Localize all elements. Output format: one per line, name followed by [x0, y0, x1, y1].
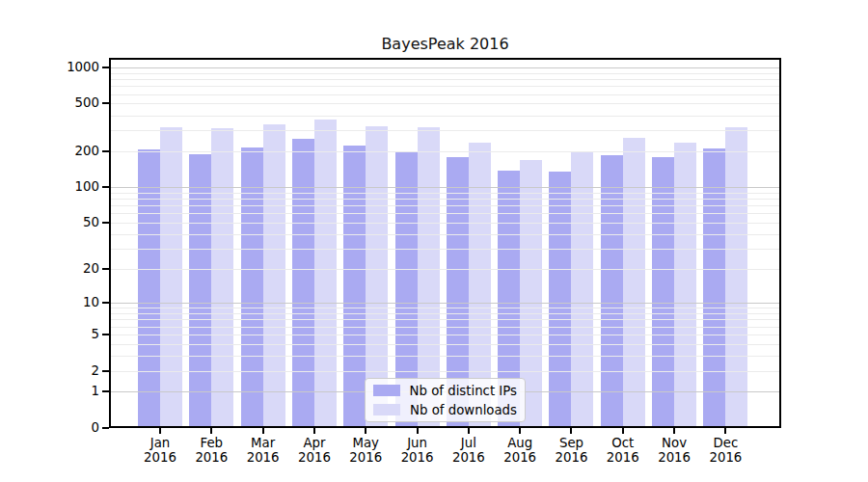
bar-distinct-ips-dec — [703, 148, 725, 428]
bar-downloads-oct — [623, 138, 645, 428]
x-tick-mark — [519, 428, 521, 434]
x-tick-mark — [365, 428, 366, 434]
bar-downloads-sep — [571, 152, 593, 428]
major-gridline — [111, 303, 779, 304]
x-tick-label-dec: Dec2016 — [694, 436, 756, 465]
bar-distinct-ips-sep — [549, 172, 571, 428]
y-tick-label: 0 — [40, 420, 99, 436]
minor-gridline — [111, 94, 779, 95]
minor-gridline — [111, 193, 779, 194]
minor-gridline — [111, 130, 779, 131]
minor-gridline — [111, 103, 779, 104]
bar-distinct-ips-feb — [189, 154, 211, 428]
x-tick-mark — [417, 428, 419, 434]
x-tick-mark — [570, 428, 572, 434]
bar-downloads-dec — [725, 127, 747, 428]
y-tick-mark — [102, 390, 109, 392]
y-tick-mark — [102, 102, 109, 104]
chart-figure: BayesPeak 2016 01251020501002005001000Ja… — [0, 0, 868, 482]
bar-distinct-ips-nov — [652, 157, 674, 428]
y-tick-mark — [102, 150, 109, 152]
bar-downloads-jan — [160, 127, 182, 428]
y-tick-mark — [102, 334, 109, 335]
minor-gridline — [111, 205, 779, 206]
y-tick-mark — [102, 222, 109, 224]
y-tick-mark — [102, 427, 109, 429]
minor-gridline — [111, 73, 779, 74]
legend-label-downloads: Nb of downloads — [410, 403, 517, 417]
bar-distinct-ips-apr — [292, 139, 314, 428]
minor-gridline — [111, 371, 779, 372]
y-tick-mark — [102, 67, 109, 68]
y-tick-mark — [102, 268, 109, 270]
minor-gridline — [111, 79, 779, 80]
minor-gridline — [111, 356, 779, 357]
legend-swatch-downloads — [373, 404, 400, 415]
y-tick-mark — [102, 302, 109, 304]
minor-gridline — [111, 313, 779, 314]
minor-gridline — [111, 344, 779, 345]
bar-downloads-nov — [674, 143, 696, 428]
y-tick-label: 5 — [40, 327, 99, 342]
y-tick-label: 50 — [40, 215, 99, 230]
minor-gridline — [111, 249, 779, 250]
y-tick-label: 100 — [40, 179, 99, 195]
x-tick-mark — [673, 428, 675, 434]
minor-gridline — [111, 199, 779, 200]
y-tick-mark — [102, 186, 109, 188]
minor-gridline — [111, 86, 779, 87]
minor-gridline — [111, 308, 779, 308]
bar-downloads-feb — [211, 128, 233, 428]
x-tick-mark — [468, 428, 470, 434]
x-tick-mark — [210, 428, 212, 434]
legend-swatch-distinct-ips — [373, 385, 400, 396]
bar-distinct-ips-mar — [241, 147, 263, 428]
bar-distinct-ips-oct — [601, 155, 623, 428]
bar-downloads-apr — [314, 120, 337, 428]
y-tick-label: 1 — [40, 384, 99, 399]
legend-item-distinct-ips: Nb of distinct IPs — [373, 381, 517, 400]
y-tick-label: 200 — [40, 144, 99, 159]
x-tick-mark — [262, 428, 264, 434]
y-tick-label: 10 — [40, 295, 99, 310]
minor-gridline — [111, 234, 779, 235]
minor-gridline — [111, 116, 779, 117]
y-tick-label: 500 — [40, 95, 99, 111]
minor-gridline — [111, 319, 779, 320]
bar-distinct-ips-jan — [138, 149, 160, 428]
x-tick-mark — [724, 428, 726, 434]
x-tick-mark — [313, 428, 315, 434]
legend-label-distinct-ips: Nb of distinct IPs — [410, 384, 517, 398]
minor-gridline — [111, 335, 779, 335]
legend-item-downloads: Nb of downloads — [373, 400, 517, 419]
minor-gridline — [111, 213, 779, 214]
major-gridline — [111, 67, 779, 68]
minor-gridline — [111, 327, 779, 328]
minor-gridline — [111, 223, 779, 224]
x-tick-mark — [159, 428, 161, 434]
legend: Nb of distinct IPs Nb of downloads — [365, 378, 526, 422]
y-tick-label: 2 — [40, 363, 99, 379]
y-tick-label: 1000 — [40, 60, 99, 75]
x-tick-mark — [622, 428, 624, 434]
bar-downloads-mar — [263, 124, 285, 428]
y-tick-label: 20 — [40, 261, 99, 277]
y-tick-mark — [102, 370, 109, 372]
major-gridline — [111, 187, 779, 188]
minor-gridline — [111, 269, 779, 270]
minor-gridline — [111, 151, 779, 152]
